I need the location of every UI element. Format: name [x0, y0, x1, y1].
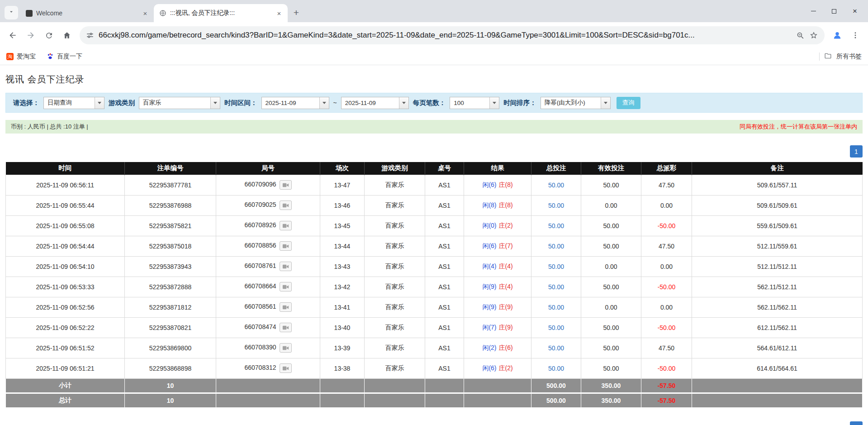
cell-total-bet[interactable]: 50.00 [531, 175, 581, 195]
bookmark-aitaobao[interactable]: 淘 爱淘宝 [6, 53, 36, 61]
chevron-down-icon[interactable] [601, 97, 610, 109]
tab-search-button[interactable] [5, 6, 18, 19]
sort-order-select[interactable]: 降幂(由大到小) [541, 97, 611, 109]
cell-table-no: AS1 [425, 236, 464, 256]
cell-round: 660708761 [216, 256, 320, 277]
bookmark-star-icon[interactable] [809, 31, 818, 40]
cell-bet-id: 522953870821 [125, 317, 216, 338]
cell-valid-bet: 50.00 [581, 236, 641, 256]
video-replay-button[interactable] [280, 323, 292, 332]
table-row: 2025-11-09 06:55:44 522953876988 6607090… [6, 195, 863, 215]
cell-game-type: 百家乐 [365, 297, 425, 317]
table-row: 2025-11-09 06:54:44 522953875018 6607088… [6, 236, 863, 256]
round-number: 660708761 [244, 262, 276, 269]
cell-total-bet[interactable]: 50.00 [531, 297, 581, 317]
url-text[interactable]: 66cxkj98.com/game/betrecord_search/kind3… [99, 31, 792, 40]
table-row: 2025-11-09 06:56:11 522953877781 6607090… [6, 175, 863, 195]
cell-total-bet[interactable]: 50.00 [531, 358, 581, 378]
cell-total-bet[interactable]: 50.00 [531, 277, 581, 297]
cell-session: 13-47 [320, 175, 365, 195]
bookmark-baidu[interactable]: 百度一下 [47, 53, 82, 61]
cell-payout: 0.00 [641, 195, 692, 215]
bookmarks-bar: 淘 爱淘宝 百度一下 所有书签 [0, 48, 868, 65]
menu-icon[interactable] [847, 27, 863, 43]
total-valid-bet: 350.00 [581, 393, 641, 407]
cell-note: 509.61/557.11 [692, 175, 863, 195]
total-total-bet: 500.00 [531, 393, 581, 407]
maximize-button[interactable] [824, 3, 844, 19]
sort-order-label: 时间排序： [503, 99, 536, 107]
new-tab-button[interactable]: + [289, 6, 303, 19]
column-header-note: 备注 [692, 162, 863, 175]
cell-table-no: AS1 [425, 215, 464, 236]
cell-time: 2025-11-09 06:52:56 [6, 297, 125, 317]
page-number-button[interactable]: 1 [850, 421, 863, 425]
chevron-down-icon[interactable] [210, 97, 220, 109]
site-info-icon[interactable] [86, 31, 94, 39]
game-type-select[interactable]: 百家乐 [139, 97, 220, 109]
cell-valid-bet: 0.00 [581, 256, 641, 277]
cell-total-bet[interactable]: 50.00 [531, 236, 581, 256]
cell-game-type: 百家乐 [365, 277, 425, 297]
currency-summary-text: 币别 : 人民币 | 总共 :10 注单 | [11, 123, 88, 131]
query-type-select[interactable]: 日期查询 [43, 97, 104, 109]
result-player: 闲(9) [482, 283, 496, 290]
cell-total-bet[interactable]: 50.00 [531, 256, 581, 277]
close-window-button[interactable]: × [844, 3, 865, 19]
cell-result: 闲(2)庄(6) [464, 338, 531, 358]
cell-table-no: AS1 [425, 277, 464, 297]
video-replay-button[interactable] [280, 201, 292, 210]
table-row: 2025-11-09 06:54:10 522953873943 6607087… [6, 256, 863, 277]
page-size-select[interactable]: 100 [450, 97, 499, 109]
minimize-button[interactable] [803, 3, 824, 19]
cell-round: 660709025 [216, 195, 320, 215]
round-number: 660708664 [244, 282, 276, 290]
cell-note: 562.11/512.11 [692, 277, 863, 297]
profile-icon[interactable] [829, 27, 845, 43]
reload-button[interactable] [41, 27, 57, 43]
chevron-down-icon[interactable] [489, 97, 499, 109]
video-replay-button[interactable] [280, 302, 292, 312]
date-start-input[interactable]: 2025-11-09 [261, 97, 329, 109]
cell-table-no: AS1 [425, 338, 464, 358]
chevron-down-icon[interactable] [95, 97, 104, 109]
video-replay-button[interactable] [280, 221, 292, 230]
table-row: 2025-11-09 06:52:22 522953870821 6607084… [6, 317, 863, 338]
close-tab-icon[interactable]: × [275, 9, 283, 17]
date-range-label: 时间区间： [224, 99, 257, 107]
chevron-down-icon[interactable] [319, 97, 329, 109]
cell-game-type: 百家乐 [365, 175, 425, 195]
page-number-button[interactable]: 1 [850, 145, 863, 158]
table-row: 2025-11-09 06:53:33 522953872888 6607086… [6, 277, 863, 297]
tab-betrecord[interactable]: :::视讯, 会员下注纪录::: × [154, 4, 288, 22]
close-tab-icon[interactable]: × [141, 9, 149, 17]
cell-session: 13-46 [320, 195, 365, 215]
round-number: 660708856 [244, 242, 276, 249]
video-replay-button[interactable] [280, 363, 292, 373]
cell-total-bet[interactable]: 50.00 [531, 338, 581, 358]
video-replay-button[interactable] [280, 262, 292, 271]
cell-total-bet[interactable]: 50.00 [531, 215, 581, 236]
search-button[interactable]: 查询 [617, 97, 640, 109]
cell-bet-id: 522953872888 [125, 277, 216, 297]
chevron-down-icon[interactable] [399, 97, 408, 109]
video-replay-button[interactable] [280, 282, 292, 291]
cell-time: 2025-11-09 06:51:21 [6, 358, 125, 378]
result-player: 闲(8) [482, 201, 496, 209]
tab-welcome[interactable]: Welcome × [20, 4, 154, 22]
all-bookmarks[interactable]: 所有书签 [819, 52, 862, 61]
back-button[interactable] [5, 27, 21, 43]
cell-total-bet[interactable]: 50.00 [531, 317, 581, 338]
column-header-table-no: 桌号 [425, 162, 464, 175]
table-body: 2025-11-09 06:56:11 522953877781 6607090… [6, 175, 863, 378]
video-replay-button[interactable] [280, 180, 292, 190]
home-button[interactable] [59, 27, 75, 43]
forward-button[interactable] [23, 27, 39, 43]
cell-table-no: AS1 [425, 175, 464, 195]
address-bar[interactable]: 66cxkj98.com/game/betrecord_search/kind3… [80, 26, 825, 44]
zoom-icon[interactable] [796, 31, 805, 40]
video-replay-button[interactable] [280, 241, 292, 251]
date-end-input[interactable]: 2025-11-09 [341, 97, 409, 109]
cell-total-bet[interactable]: 50.00 [531, 195, 581, 215]
video-replay-button[interactable] [280, 343, 292, 353]
